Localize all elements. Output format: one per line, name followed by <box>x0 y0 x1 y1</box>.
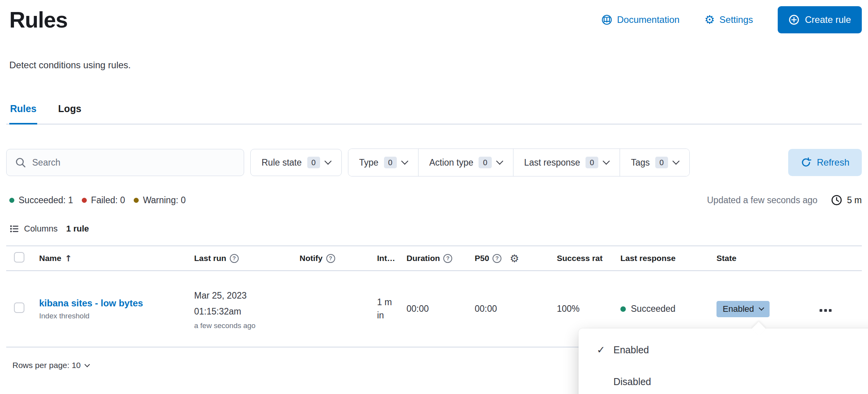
refresh-interval-label: 5 m <box>847 195 862 206</box>
settings-link[interactable]: ⚙ Settings <box>704 14 753 26</box>
refresh-button[interactable]: Refresh <box>788 149 862 176</box>
p50-settings-gear-icon[interactable]: ⚙ <box>510 252 519 264</box>
state-option-enabled-label: Enabled <box>613 344 649 356</box>
row-actions-cell <box>816 304 862 314</box>
header-name[interactable]: Name ↑ <box>39 254 194 263</box>
table-header-row: Name ↑ Last run ? Notify ? Int… Duration… <box>6 245 862 271</box>
last-run-time: 01:15:32am <box>194 304 300 319</box>
header-interval-label: Int… <box>377 254 395 263</box>
header-notify[interactable]: Notify ? <box>300 254 377 263</box>
last-run-relative: a few seconds ago <box>194 321 300 330</box>
refresh-interval-control[interactable]: 5 m <box>831 194 862 206</box>
tags-filter-count: 0 <box>655 157 668 168</box>
gear-icon: ⚙ <box>704 14 715 26</box>
last-run-date: Mar 25, 2023 <box>194 288 300 303</box>
tab-logs[interactable]: Logs <box>57 98 82 124</box>
question-icon[interactable]: ? <box>326 254 335 263</box>
state-badge[interactable]: Enabled <box>716 301 770 317</box>
succeeded-summary-label: Succeeded: 1 <box>19 195 73 206</box>
last-run-cell: Mar 25, 2023 01:15:32am a few seconds ag… <box>194 288 300 330</box>
warning-dot-icon <box>134 198 139 203</box>
table-toolbar: Columns 1 rule <box>9 224 862 234</box>
question-icon[interactable]: ? <box>493 254 501 263</box>
chevron-down-icon <box>603 157 610 164</box>
header-last-response-label: Last response <box>620 254 675 263</box>
header-notify-label: Notify <box>300 254 323 263</box>
settings-label: Settings <box>720 14 753 25</box>
rule-count: 1 rule <box>66 224 89 234</box>
documentation-icon <box>601 14 612 25</box>
last-response-filter-count: 0 <box>586 157 598 168</box>
p50-cell: 00:00 <box>475 304 557 314</box>
tags-filter-button[interactable]: Tags 0 <box>620 149 689 176</box>
filter-group: Type 0 Action type 0 Last response 0 Tag… <box>348 149 690 176</box>
row-actions-menu-icon[interactable] <box>820 309 832 312</box>
search-input[interactable] <box>32 157 239 168</box>
question-icon[interactable]: ? <box>230 254 239 263</box>
action-type-filter-button[interactable]: Action type 0 <box>418 149 513 176</box>
header-duration-label: Duration <box>406 254 440 263</box>
last-response-value: Succeeded <box>631 304 675 314</box>
last-response-filter-label: Last response <box>524 157 580 168</box>
header-success-ratio[interactable]: Success rat <box>557 254 620 263</box>
header-state[interactable]: State <box>716 254 816 263</box>
state-option-disabled[interactable]: ✓ Disabled <box>579 366 868 394</box>
type-filter-button[interactable]: Type 0 <box>348 149 418 176</box>
header-success-ratio-label: Success rat <box>557 254 603 263</box>
refresh-label: Refresh <box>817 157 849 168</box>
rule-state-filter-count: 0 <box>307 157 320 168</box>
create-rule-button[interactable]: Create rule <box>778 6 862 33</box>
refresh-icon <box>801 157 811 168</box>
state-badge-label: Enabled <box>723 304 754 314</box>
chevron-down-icon <box>496 157 503 164</box>
rule-state-filter-button[interactable]: Rule state 0 <box>250 149 342 176</box>
tab-rules[interactable]: Rules <box>9 98 37 124</box>
columns-label: Columns <box>24 224 58 234</box>
header-interval[interactable]: Int… <box>377 254 406 263</box>
header-last-response[interactable]: Last response <box>620 254 716 263</box>
rule-state-filter-label: Rule state <box>262 157 302 168</box>
failed-summary-label: Failed: 0 <box>91 195 125 206</box>
status-summary-row: Succeeded: 1 Failed: 0 Warning: 0 Update… <box>9 194 862 206</box>
chevron-down-icon <box>324 157 331 164</box>
state-option-enabled[interactable]: ✓ Enabled <box>579 334 868 366</box>
interval-cell: 1 min <box>377 296 406 322</box>
rule-name-link[interactable]: kibana sites - low bytes <box>39 298 159 309</box>
search-box <box>6 149 244 176</box>
status-right: Updated a few seconds ago 5 m <box>707 194 862 206</box>
documentation-label: Documentation <box>617 14 679 25</box>
failed-summary: Failed: 0 <box>82 195 125 206</box>
chevron-down-icon <box>84 361 90 367</box>
question-icon[interactable]: ? <box>443 254 452 263</box>
rule-name-cell: kibana sites - low bytes Index threshold <box>39 298 194 320</box>
action-type-filter-count: 0 <box>479 157 491 168</box>
header-p50[interactable]: P50 ? ⚙ <box>475 252 557 264</box>
columns-button[interactable]: Columns <box>9 224 58 234</box>
select-all-checkbox[interactable] <box>14 252 24 263</box>
search-icon <box>15 157 26 168</box>
tags-filter-label: Tags <box>631 157 650 168</box>
succeeded-dot-icon <box>9 198 14 203</box>
columns-icon <box>9 224 19 234</box>
header-last-run[interactable]: Last run ? <box>194 254 300 263</box>
header-name-label: Name <box>39 254 61 263</box>
row-checkbox[interactable] <box>14 302 24 313</box>
state-menu-popover: ✓ Enabled ✓ Disabled <box>579 328 868 394</box>
type-filter-label: Type <box>359 157 379 168</box>
clock-icon <box>831 194 842 206</box>
chevron-down-icon <box>401 157 408 164</box>
header-state-label: State <box>716 254 736 263</box>
select-all-cell <box>9 252 39 264</box>
warning-summary: Warning: 0 <box>134 195 186 206</box>
failed-dot-icon <box>82 198 87 203</box>
header-duration[interactable]: Duration ? <box>406 254 475 263</box>
rules-page: Rules Documentation ⚙ Settings <box>0 0 868 370</box>
chevron-down-icon <box>672 157 679 164</box>
chevron-down-icon <box>759 305 764 311</box>
rows-per-page[interactable]: Rows per page: 10 <box>12 361 89 370</box>
header-p50-label: P50 <box>475 254 489 263</box>
duration-cell: 00:00 <box>406 304 475 314</box>
interval-value: 1 min <box>377 296 393 322</box>
last-response-filter-button[interactable]: Last response 0 <box>513 149 620 176</box>
documentation-link[interactable]: Documentation <box>601 14 679 25</box>
